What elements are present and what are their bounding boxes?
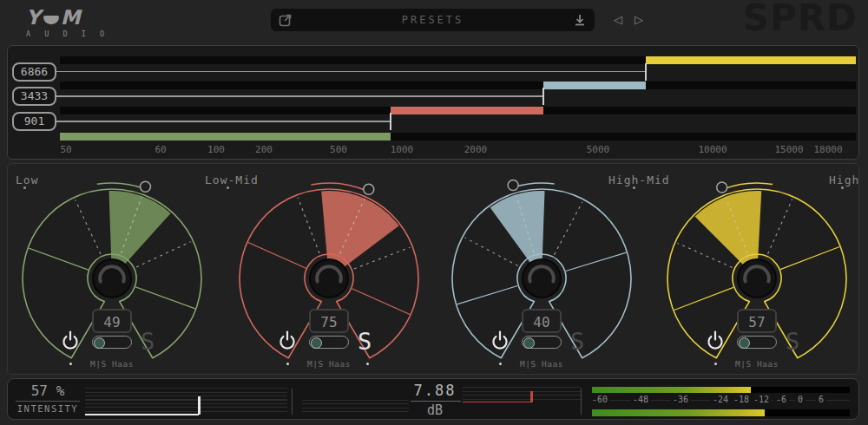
freq-tick-label: 100 [207,144,225,155]
intensity-label: INTENSITY [16,403,80,414]
ms-haas-labels: M|S Haas [73,359,151,369]
solo-active-dot [366,363,369,365]
width-value-box[interactable]: 75 [309,309,349,333]
power-button[interactable] [278,330,297,351]
crossover-handle[interactable] [645,63,647,81]
power-button[interactable] [490,330,510,351]
freq-tick-label: 200 [255,144,273,155]
meter-scale-label: -12 [751,395,772,404]
width-arc-handle[interactable] [140,181,150,192]
power-icon [278,330,297,351]
plugin-window: YM A U D I O PRESETS ◁ ▷ SPRD 6866343390… [0,0,868,425]
toggle-knob[interactable] [311,337,322,349]
band-range-low-mid[interactable] [391,107,543,114]
dial-high[interactable] [653,173,861,384]
meter-scale-label: 6 [816,395,826,404]
meter-scale-label: -24 [710,395,731,404]
intensity-slider-fill [85,414,199,415]
power-button[interactable] [61,330,80,351]
freq-tick-label: 50 [60,144,71,155]
band-range-high[interactable] [646,56,856,64]
ms-haas-toggle[interactable] [92,336,132,349]
solo-button[interactable]: S [786,328,799,355]
freq-tick-label: 15000 [774,144,803,155]
freq-tick-label: 5000 [587,144,610,155]
intensity-slider-handle[interactable] [198,396,201,415]
toggle-knob[interactable] [739,337,750,349]
preset-prev-button[interactable]: ◁ [610,11,626,29]
meter-track-right [592,409,850,416]
meter-scale-label: -60 [589,395,610,404]
crossover-line [53,121,391,122]
power-icon [61,330,80,351]
preset-bar[interactable]: PRESETS [271,9,595,31]
crossover-value-box[interactable]: 3433 [12,87,56,106]
brand-letter-m: M [61,6,82,29]
meter-scale-label: -48 [630,395,651,404]
intensity-slider[interactable] [85,388,287,415]
dial-high-mid[interactable] [437,173,646,384]
width-arc-handle[interactable] [364,184,374,194]
gain-value: 7.88 [383,382,487,399]
crossover-handle[interactable] [390,113,391,130]
crossover-value-box[interactable]: 901 [12,112,56,131]
toggle-knob[interactable] [523,337,535,349]
meter-scale-label: -6 [773,395,789,404]
power-active-dot [499,363,502,365]
power-icon [490,330,510,351]
meter-scale-label: -18 [731,395,752,404]
band-range-low[interactable] [60,133,391,141]
intensity-divider [16,401,80,402]
band-track-high-mid [60,82,856,89]
toggle-knob[interactable] [94,337,105,349]
meter-track-left [592,387,850,393]
ms-haas-toggle[interactable] [309,336,349,349]
freq-tick-label: 1000 [391,144,414,155]
width-value-box[interactable]: 57 [737,309,777,333]
solo-button[interactable]: S [141,328,155,355]
width-value-box[interactable]: 40 [522,309,562,333]
footer-divider-left [292,389,293,415]
ms-haas-toggle[interactable] [737,336,777,349]
solo-button[interactable]: S [570,328,584,355]
footer-bar: 57 % INTENSITY 7.88 dB -60-48-36-24-18-1… [7,378,859,420]
freq-tick-label: 60 [155,144,166,155]
footer-divider-right [581,389,582,415]
bowl-icon [43,16,59,24]
power-button[interactable] [706,330,725,351]
gain-divider [411,401,461,402]
crossover-handle[interactable] [542,88,544,105]
power-icon [706,330,725,351]
gain-slider-handle[interactable] [530,391,533,402]
intensity-value: 57 % [16,382,80,399]
preset-next-button[interactable]: ▷ [631,11,647,29]
ms-haas-labels: M|S Haas [290,359,368,369]
width-arc-handle[interactable] [717,182,727,193]
brand-subtitle: A U D I O [26,29,109,38]
crossover-line [53,95,543,97]
power-active-dot [714,363,717,365]
power-active-dot [69,363,72,365]
width-value-box[interactable]: 49 [92,309,132,333]
band-range-high-mid[interactable] [543,82,646,89]
dial-low[interactable] [8,173,216,384]
width-arc [97,183,145,189]
meter-scale-label: -36 [670,395,691,404]
width-arc-handle[interactable] [508,180,518,190]
freq-tick-label: 18000 [813,144,842,155]
brand-letter-y: Y [26,6,42,29]
dial-low-mid[interactable] [225,173,433,384]
crossover-value-box[interactable]: 6866 [12,62,56,82]
frequency-split-panel: 6866343390150601002005001000200050001000… [7,45,859,160]
freq-tick-label: 2000 [464,144,488,155]
sprd-logo: SPRD [743,0,858,39]
meter-fill-left [592,387,751,393]
download-icon[interactable] [572,12,588,28]
width-arc [514,183,555,187]
ms-haas-toggle[interactable] [522,336,562,349]
freq-tick-label: 10000 [698,144,727,155]
solo-button[interactable]: S [358,328,372,355]
meter-scale-label: 0 [795,395,806,404]
presets-label[interactable]: PRESETS [271,14,595,26]
gain-unit: dB [383,402,487,418]
